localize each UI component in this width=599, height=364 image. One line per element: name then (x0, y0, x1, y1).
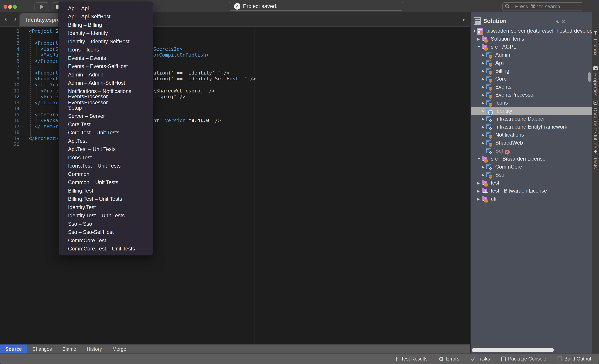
chevron-right-icon[interactable]: ▶ (482, 93, 484, 97)
view-tab-source[interactable]: Source (0, 345, 27, 354)
menu-item[interactable]: Identity.Test – Unit Tests (59, 212, 153, 220)
menu-item[interactable]: Api – Api (59, 4, 153, 13)
chevron-down-icon[interactable]: ▼ (477, 157, 481, 161)
tree-row-admin[interactable]: ▶···Admin (471, 51, 592, 59)
tree-row-infrastructure.entityframework[interactable]: ▶✛Infrastructure.EntityFramework (471, 123, 592, 131)
menu-item[interactable]: Admin – Admin-SelfHost (59, 79, 153, 87)
view-tab-blame[interactable]: Blame (57, 345, 81, 354)
chevron-right-icon[interactable]: ▶ (482, 53, 484, 57)
tree-row-eventsprocessor[interactable]: ▶···EventsProcessor (471, 91, 592, 99)
menu-item[interactable]: CommCore.Test – Unit Tests (59, 245, 153, 253)
global-search[interactable]: ⌄ (502, 2, 583, 11)
chevron-right-icon[interactable]: ▶ (482, 125, 484, 129)
vertical-scrollbar[interactable] (588, 72, 591, 82)
chevron-right-icon[interactable]: ▶ (482, 109, 484, 113)
strip-tab-label: Document Outline (592, 108, 599, 148)
dock-button-test-results[interactable]: Test Results (395, 356, 427, 362)
tree-row-solution[interactable]: ▶···Solution Items (471, 35, 592, 43)
tree-row-core[interactable]: ▶···Core (471, 75, 592, 83)
search-input[interactable] (515, 3, 581, 9)
menu-item[interactable]: Billing – Billing (59, 21, 153, 29)
view-tab-changes[interactable]: Changes (27, 345, 57, 354)
chevron-right-icon[interactable]: ▶ (482, 61, 484, 65)
dock-button-errors[interactable]: Errors (439, 356, 459, 362)
menu-item[interactable]: Sso – Sso-SelfHost (59, 228, 153, 237)
chevron-right-icon[interactable]: ▶ (477, 181, 480, 185)
view-tab-merge[interactable]: Merge (107, 345, 132, 354)
menu-item[interactable]: Identity.Test (59, 203, 153, 212)
minimize-window-button[interactable] (8, 5, 12, 9)
chevron-right-icon[interactable]: ▶ (482, 173, 484, 177)
tree-row-infrastructure.dapper[interactable]: ▶✛Infrastructure.Dapper (471, 115, 592, 123)
tree-row-test[interactable]: ▶✛test - Bitwarden License (471, 187, 592, 195)
tab-list-dropdown[interactable]: ▼ (462, 18, 466, 22)
tree-row-events[interactable]: ▶···Events (471, 83, 592, 91)
navigate-forward-button[interactable]: › (11, 15, 19, 23)
menu-item[interactable]: Core.Test (59, 120, 153, 129)
chevron-right-icon[interactable]: ▶ (482, 117, 484, 121)
pin-icon[interactable]: ➤ (553, 18, 561, 25)
tree-row-util[interactable]: ▶···util (471, 195, 592, 203)
menu-item[interactable]: Billing.Test – Unit Tests (59, 195, 153, 204)
chevron-right-icon[interactable]: ▶ (482, 85, 484, 89)
close-pane-icon[interactable]: ✕ (561, 18, 566, 25)
menu-item[interactable]: Api.Test (59, 137, 153, 145)
strip-tab-toolbox[interactable]: Toolbox (592, 31, 599, 56)
chevron-right-icon[interactable]: ▶ (477, 197, 480, 201)
chevron-right-icon[interactable]: ▶ (482, 69, 484, 73)
tree-row-sharedweb[interactable]: ▶···SharedWeb (471, 139, 592, 147)
chevron-right-icon[interactable]: ▶ (482, 77, 484, 81)
dock-button-build-output[interactable]: Build Output (557, 356, 591, 362)
menu-item[interactable]: Sso – Sso (59, 220, 153, 228)
zoom-window-button[interactable] (13, 5, 17, 9)
dock-button-package-console[interactable]: Package Console (501, 356, 546, 362)
menu-item[interactable]: Common – Unit Tests (59, 178, 153, 187)
chevron-right-icon[interactable]: ▶ (477, 189, 480, 193)
menu-item[interactable]: Api – Api-SelfHost (59, 13, 153, 21)
close-window-button[interactable] (3, 5, 7, 9)
menu-item[interactable]: Events – Events-SelfHost (59, 62, 153, 71)
menu-item[interactable]: Server – Server (59, 112, 153, 121)
menu-item[interactable]: EventsProcessor – EventsProcessor (59, 96, 153, 104)
chevron-right-icon[interactable]: ▶ (482, 101, 484, 105)
view-tab-history[interactable]: History (81, 345, 107, 354)
menu-item[interactable]: Icons.Test – Unit Tests (59, 162, 153, 170)
tree-row-identity[interactable]: ▶···Identity (471, 107, 592, 115)
chevron-down-icon[interactable]: ▼ (477, 45, 481, 49)
run-button[interactable] (35, 2, 49, 11)
menu-item[interactable]: Icons.Test (59, 153, 153, 162)
menu-item[interactable]: Identity – Identity (59, 29, 153, 38)
dock-button-tasks[interactable]: Tasks (471, 356, 490, 362)
menu-item[interactable]: Admin – Admin (59, 71, 153, 79)
tree-row-test[interactable]: ▶···test (471, 179, 592, 187)
tree-row-bitwarden-server[interactable]: ▼···bitwarden-server (feature/self-hoste… (471, 27, 592, 35)
menu-item[interactable]: Identity – Identity-SelfHost (59, 37, 153, 46)
tree-row-icons[interactable]: ▶···Icons (471, 99, 592, 107)
chevron-right-icon[interactable]: ▶ (482, 165, 484, 169)
tree-row-src[interactable]: ▼···src - AGPL (471, 43, 592, 51)
tree-row-notifications[interactable]: ▶···Notifications (471, 131, 592, 139)
tree-row-api[interactable]: ▶···Api (471, 59, 592, 67)
tree-row-billing[interactable]: ▶···Billing (471, 67, 592, 75)
menu-item[interactable]: Events – Events (59, 54, 153, 62)
chevron-right-icon[interactable]: ▶ (482, 133, 484, 137)
menu-item[interactable]: Core.Test – Unit Tests (59, 129, 153, 137)
chevron-right-icon[interactable]: ▶ (477, 37, 480, 41)
menu-item[interactable]: Billing.Test (59, 187, 153, 195)
menu-item[interactable]: Api.Test – Unit Tests (59, 145, 153, 154)
chevron-down-icon[interactable]: ▼ (473, 29, 476, 33)
strip-tab-document-outline[interactable]: Document Outline (592, 100, 599, 148)
tree-row-src[interactable]: ▼···src - Bitwarden License (471, 155, 592, 163)
menu-item[interactable]: Common (59, 170, 153, 178)
strip-tab-tests[interactable]: Tests (592, 149, 599, 169)
tree-row-sso[interactable]: ▶···Sso (471, 171, 592, 179)
chevron-right-icon[interactable]: ▶ (482, 141, 484, 145)
tree-row-commcore[interactable]: ▶✛CommCore (471, 163, 592, 171)
horizontal-scrollbar[interactable] (472, 348, 554, 352)
tree-row-sql[interactable]: ✛Sql✕ (471, 147, 592, 155)
orange-badge-icon: ··· (484, 199, 488, 203)
menu-item[interactable]: Icons – Icons (59, 46, 153, 54)
menu-item[interactable]: CommCore.Test (59, 236, 153, 245)
strip-tab-properties[interactable]: Properties (592, 66, 599, 96)
navigate-back-button[interactable]: ‹ (2, 15, 10, 23)
